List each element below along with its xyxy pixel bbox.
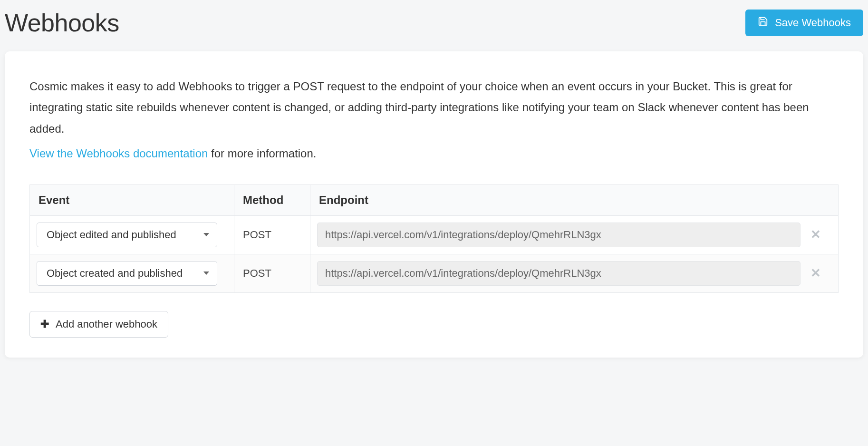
save-icon [758,16,768,29]
method-cell: POST [234,254,310,292]
event-select[interactable]: Object edited and published [37,223,217,247]
close-icon: ✕ [810,266,821,280]
intro-paragraph: Cosmic makes it easy to add Webhooks to … [29,76,839,139]
caret-down-icon [203,233,209,236]
method-cell: POST [234,215,310,254]
remove-row-button[interactable]: ✕ [800,227,832,242]
doc-suffix: for more information. [208,147,316,160]
endpoint-input[interactable] [317,261,800,286]
col-header-method: Method [234,184,310,215]
webhooks-table: Event Method Endpoint Object edited and … [29,184,839,293]
event-select[interactable]: Object created and published [37,261,217,286]
save-webhooks-button[interactable]: Save Webhooks [745,10,863,36]
table-row: Object edited and published POST ✕ [30,215,839,254]
add-button-label: Add another webhook [56,318,157,330]
documentation-link[interactable]: View the Webhooks documentation [29,147,208,160]
save-button-label: Save Webhooks [775,17,851,29]
plus-icon: ✚ [40,318,49,330]
endpoint-input[interactable] [317,223,800,247]
table-row: Object created and published POST ✕ [30,254,839,292]
col-header-event: Event [30,184,234,215]
col-header-endpoint: Endpoint [310,184,839,215]
doc-line: View the Webhooks documentation for more… [29,143,839,164]
webhooks-card: Cosmic makes it easy to add Webhooks to … [5,51,863,358]
event-select-value: Object created and published [47,267,183,280]
close-icon: ✕ [810,227,821,242]
event-select-value: Object edited and published [47,229,176,241]
page-title: Webhooks [5,9,119,37]
caret-down-icon [203,271,209,275]
add-webhook-button[interactable]: ✚ Add another webhook [29,311,168,338]
remove-row-button[interactable]: ✕ [800,266,832,281]
